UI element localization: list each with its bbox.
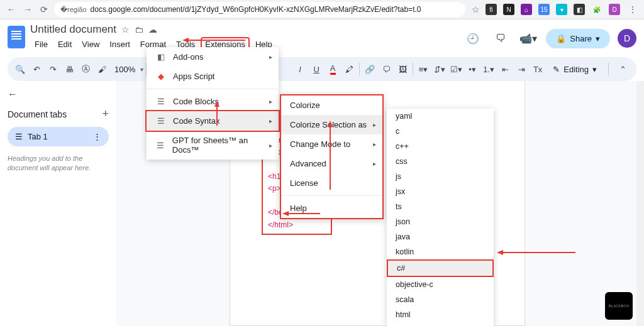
submenu-license[interactable]: License: [281, 173, 382, 193]
submenu-changemode[interactable]: Change Mode to: [281, 134, 382, 154]
submenu-advanced[interactable]: Advanced: [281, 154, 382, 173]
add-tab-icon[interactable]: +: [102, 107, 109, 121]
lang-jsx[interactable]: jsx: [387, 184, 494, 199]
menu-appsscript[interactable]: ◆Apps Script: [147, 67, 279, 86]
submenu-help[interactable]: Help: [281, 198, 382, 218]
lang-objc[interactable]: objective-c: [387, 277, 494, 292]
ext-icon-5[interactable]: ▾: [556, 4, 567, 15]
language-submenu: yaml c c++ css js jsx ts json java kotli…: [387, 109, 494, 326]
ext-icon-3[interactable]: ⌂: [521, 4, 532, 15]
star-icon[interactable]: ☆: [121, 24, 130, 35]
align-icon[interactable]: ≡▾: [416, 60, 431, 78]
comments-icon[interactable]: 🗨: [491, 28, 511, 48]
ext-icon-4[interactable]: 15: [538, 4, 550, 15]
highlight-icon[interactable]: 🖍: [341, 60, 357, 78]
zoom-select[interactable]: 100%: [111, 65, 139, 74]
submenu-colorize-as[interactable]: Colorize Selection as: [281, 115, 382, 134]
chrome-menu-icon[interactable]: ⋮: [626, 3, 639, 16]
scrollbar[interactable]: [636, 81, 644, 326]
lang-xml[interactable]: xml: [387, 322, 494, 326]
underline-icon[interactable]: U: [309, 60, 324, 78]
address-bar[interactable]: �região docs.google.com/document/d/1jZYd…: [54, 2, 465, 17]
cloud-icon[interactable]: ☁: [148, 24, 157, 35]
lang-c[interactable]: c: [387, 124, 494, 139]
doc-title[interactable]: Untitled document: [30, 23, 116, 36]
ext-icon-2[interactable]: N: [503, 4, 514, 15]
checklist-icon[interactable]: ☑▾: [448, 60, 464, 78]
lang-csharp[interactable]: c#: [387, 259, 494, 277]
docs-logo-icon[interactable]: [8, 26, 25, 48]
document-tab[interactable]: ☰ Tab 1 ⋮: [8, 127, 109, 146]
addons-icon: ◧: [155, 52, 167, 62]
text-color-icon[interactable]: A: [325, 60, 340, 78]
appsscript-icon: ◆: [155, 72, 167, 81]
pencil-icon: ✎: [553, 65, 560, 74]
submenu-colorize[interactable]: Colorize: [281, 95, 382, 115]
menu-label: Code Blocks: [173, 97, 219, 106]
avatar[interactable]: D: [618, 29, 636, 48]
gpt-icon: ☰: [155, 141, 166, 150]
lang-ts[interactable]: ts: [387, 199, 494, 214]
comment-icon[interactable]: 🗩: [379, 60, 394, 78]
back-arrow-icon[interactable]: ←: [8, 89, 109, 100]
image-icon[interactable]: 🖼: [395, 60, 410, 78]
lang-yaml[interactable]: yaml: [387, 109, 494, 124]
tab-menu-icon[interactable]: ⋮: [93, 132, 101, 141]
menu-file[interactable]: File: [30, 37, 52, 52]
extensions-menu: ◧Add-ons ◆Apps Script ☰Code Blocks ☰Code…: [147, 47, 279, 160]
forward-button[interactable]: →: [21, 3, 34, 16]
menu-codesyntax[interactable]: ☰Code Syntax: [145, 110, 280, 132]
italic-icon[interactable]: I: [292, 60, 308, 78]
print-icon[interactable]: 🖶: [62, 60, 77, 78]
lang-html[interactable]: html: [387, 307, 494, 322]
lang-kotlin[interactable]: kotlin: [387, 244, 494, 259]
menu-codeblocks[interactable]: ☰Code Blocks: [147, 92, 279, 111]
lang-cpp[interactable]: c++: [387, 139, 494, 154]
bullet-list-icon[interactable]: •▾: [465, 60, 480, 78]
line-spacing-icon[interactable]: ⇵▾: [432, 60, 447, 78]
menu-view[interactable]: View: [77, 37, 104, 52]
move-icon[interactable]: 🗀: [135, 24, 143, 35]
number-list-icon[interactable]: 1.▾: [481, 60, 496, 78]
ext-puzzle-icon[interactable]: 🧩: [591, 4, 602, 15]
ext-icon-6[interactable]: ◧: [574, 4, 585, 15]
history-icon[interactable]: 🕘: [463, 28, 483, 48]
undo-icon[interactable]: ↶: [29, 60, 44, 78]
share-button[interactable]: 🔒 Share ▾: [546, 29, 610, 48]
search-icon[interactable]: 🔍: [13, 60, 28, 78]
editing-label: Editing: [564, 65, 589, 74]
indent-increase-icon[interactable]: ⇥: [514, 60, 529, 78]
bookmark-icon[interactable]: ☆: [469, 3, 482, 16]
chevron-down-icon: ▾: [596, 34, 600, 43]
blackbox-widget[interactable]: BLACKBOX: [605, 292, 633, 320]
menu-label: License: [290, 178, 318, 188]
profile-icon[interactable]: D: [609, 4, 620, 15]
code-token: </html: [268, 220, 289, 229]
indent-decrease-icon[interactable]: ⇤: [497, 60, 513, 78]
share-label: Share: [570, 34, 592, 43]
reload-button[interactable]: ⟳: [38, 3, 50, 16]
meet-icon[interactable]: 📹▾: [518, 28, 538, 48]
menu-insert[interactable]: Insert: [105, 37, 135, 52]
menu-gpt[interactable]: ☰GPT for Sheets™ an Docs™: [147, 131, 279, 160]
clear-format-icon[interactable]: Tx: [530, 60, 545, 78]
tab-icon: ☰: [15, 132, 23, 141]
redo-icon[interactable]: ↷: [45, 60, 60, 78]
extension-icons: fi N ⌂ 15 ▾ ◧ 🧩 D ⋮: [486, 3, 639, 16]
lang-java[interactable]: java: [387, 229, 494, 244]
back-button[interactable]: ←: [5, 3, 18, 16]
lang-css[interactable]: css: [387, 154, 494, 169]
menu-edit[interactable]: Edit: [53, 37, 76, 52]
link-icon[interactable]: 🔗: [362, 60, 377, 78]
menu-label: Help: [290, 204, 307, 213]
ext-icon-1[interactable]: fi: [486, 4, 497, 15]
paint-format-icon[interactable]: 🖌: [94, 60, 109, 78]
lang-json[interactable]: json: [387, 214, 494, 229]
lang-scala[interactable]: scala: [387, 292, 494, 307]
codesyntax-submenu: Colorize Colorize Selection as Change Mo…: [280, 94, 384, 219]
collapse-icon[interactable]: ⌃: [614, 60, 631, 78]
editing-mode-button[interactable]: ✎ Editing ▾: [547, 62, 603, 77]
spellcheck-icon[interactable]: Ⓐ: [78, 60, 93, 78]
menu-addons[interactable]: ◧Add-ons: [147, 47, 279, 67]
lang-js[interactable]: js: [387, 169, 494, 184]
